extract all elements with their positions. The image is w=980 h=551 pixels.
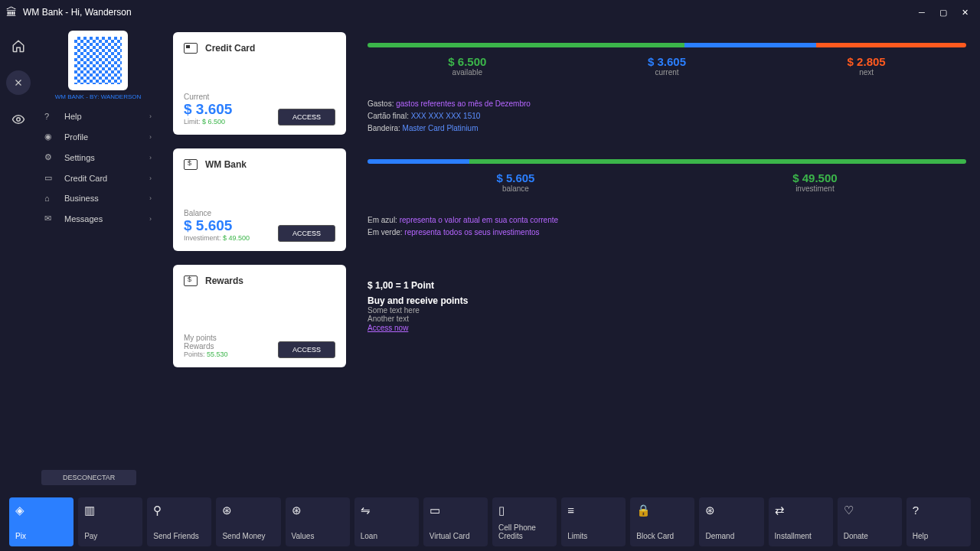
tile-send-friends[interactable]: ⚲Send Friends [147, 497, 211, 546]
disconnect-button[interactable]: DESCONECTAR [41, 470, 136, 485]
minimize-button[interactable]: ─ [913, 5, 931, 20]
tile-limits[interactable]: ≡Limits [561, 497, 626, 546]
stat-value: $ 6.500 [448, 55, 486, 68]
tile-block-card[interactable]: 🔒Block Card [630, 497, 694, 546]
card-title: Credit Card [205, 43, 255, 54]
tile-label: Loan [361, 532, 413, 540]
chevron-right-icon: › [149, 133, 152, 141]
sidebar-item-credit-card[interactable]: ▭Credit Card› [37, 168, 159, 188]
stat-label: next [848, 68, 886, 77]
bank-investment: Investiment: $ 49.500 [184, 234, 250, 242]
tile-demand[interactable]: ⊛Demand [699, 497, 763, 546]
tile-icon: 🔒 [636, 504, 688, 517]
tile-label: Send Money [222, 532, 274, 540]
bank-amount: $ 5.605 [184, 217, 250, 234]
sidebar-item-help[interactable]: ?Help› [37, 106, 159, 126]
stat-balance: $ 5.605balance [496, 171, 534, 193]
tile-help[interactable]: ?Help [906, 497, 971, 546]
tile-label: Cell Phone Credits [498, 523, 550, 540]
credit-amount: $ 3.605 [184, 101, 232, 118]
rewards-access-button[interactable]: ACCESS [278, 341, 335, 358]
tile-pix[interactable]: ◈Pix [9, 497, 74, 546]
qr-code[interactable] [68, 31, 128, 90]
sidebar-item-business[interactable]: ⌂Business› [37, 188, 159, 208]
rewards-icon [184, 276, 198, 286]
tile-icon: ▥ [84, 504, 136, 517]
tile-installment[interactable]: ⇄Installment [769, 497, 833, 546]
bank-icon [184, 159, 198, 170]
tile-icon: ⚲ [153, 504, 205, 517]
credit-progress [368, 43, 966, 47]
sidebar-item-label: Profile [64, 132, 88, 142]
access-now-link[interactable]: Access now [368, 324, 408, 332]
close-button[interactable]: ✕ [956, 5, 974, 20]
main-content: Credit Card Current $ 3.605 Limit: $ 6.5… [159, 24, 980, 490]
stat-next: $ 2.805next [848, 55, 886, 77]
rewards-headline: Buy and receive points [368, 295, 468, 306]
rewards-card: Rewards My points Rewards Points: 55.530… [173, 265, 346, 367]
amount-label: Current [184, 93, 232, 101]
credit-panel: $ 6.500available$ 3.605current$ 2.805nex… [368, 32, 966, 135]
help-icon: ? [44, 112, 58, 121]
sidebar-item-label: Business [64, 194, 99, 203]
tile-label: Donate [844, 532, 896, 540]
home-icon[interactable] [6, 34, 31, 58]
credit-access-button[interactable]: ACCESS [278, 109, 335, 126]
rewards-points: Points: 55.530 [184, 350, 228, 358]
tile-send-money[interactable]: ⊛Send Money [216, 497, 280, 546]
tile-label: Values [292, 532, 344, 540]
info-line: Bandeira: Master Card Platinium [368, 122, 966, 135]
tile-label: Pay [84, 532, 136, 540]
tile-icon: ⊛ [705, 504, 757, 517]
tile-label: Limits [567, 532, 619, 540]
stat-label: investiment [792, 184, 837, 193]
tile-label: Help [913, 532, 965, 540]
tile-icon: ≡ [567, 504, 619, 517]
settings-icon: ⚙ [44, 152, 58, 162]
rewards-line1: Some text here [368, 306, 468, 315]
tile-icon: ▭ [430, 504, 482, 517]
tile-donate[interactable]: ♡Donate [838, 497, 902, 546]
tile-label: Send Friends [153, 532, 205, 540]
tile-icon: ▯ [498, 504, 550, 517]
tile-pay[interactable]: ▥Pay [78, 497, 142, 546]
sidebar-item-label: Help [64, 112, 82, 121]
creditcard-icon [184, 43, 198, 54]
stat-value: $ 2.805 [848, 55, 886, 68]
card-title: Rewards [205, 276, 243, 286]
maximize-button[interactable]: ▢ [934, 5, 952, 20]
bank-card: WM Bank Balance $ 5.605 Investiment: $ 4… [173, 148, 346, 251]
info-line: Cartão final: XXX XXX XXX 1510 [368, 110, 966, 122]
messages-icon: ✉ [44, 214, 58, 223]
tile-values[interactable]: ⊛Values [286, 497, 350, 546]
stat-investiment: $ 49.500investiment [792, 171, 837, 193]
sidebar-item-label: Messages [64, 214, 103, 223]
stat-label: current [648, 68, 686, 77]
rewards-l2: Rewards [184, 342, 228, 350]
leftbar [0, 24, 37, 490]
sidebar-item-settings[interactable]: ⚙Settings› [37, 147, 159, 168]
tile-icon: ⊛ [222, 504, 274, 517]
eye-icon[interactable] [6, 107, 31, 132]
tile-cell-phone-credits[interactable]: ▯Cell Phone Credits [492, 497, 557, 546]
bank-access-button[interactable]: ACCESS [278, 225, 335, 242]
svg-point-0 [17, 118, 21, 122]
tile-virtual-card[interactable]: ▭Virtual Card [423, 497, 488, 546]
bottom-nav: ◈Pix▥Pay⚲Send Friends⊛Send Money⊛Values⇋… [0, 493, 980, 551]
close-nav-icon[interactable] [6, 70, 31, 95]
qr-label: WM BANK - BY: WANDERSON [37, 93, 159, 100]
sidebar-item-profile[interactable]: ◉Profile› [37, 126, 159, 147]
tile-icon: ⇄ [775, 504, 827, 517]
stat-current: $ 3.605current [648, 55, 686, 77]
tile-icon: ♡ [844, 504, 896, 517]
bank-progress [368, 159, 966, 164]
chevron-right-icon: › [149, 112, 152, 120]
sidebar-item-messages[interactable]: ✉Messages› [37, 208, 159, 229]
tile-icon: ◈ [15, 504, 67, 517]
bank-panel: $ 5.605balance$ 49.500investiment Em azu… [368, 148, 966, 251]
rewards-panel: $ 1,00 = 1 Point Buy and receive points … [368, 265, 468, 367]
tile-loan[interactable]: ⇋Loan [354, 497, 419, 546]
tile-icon: ? [913, 504, 965, 517]
tile-icon: ⊛ [292, 504, 344, 517]
business-icon: ⌂ [44, 194, 58, 203]
